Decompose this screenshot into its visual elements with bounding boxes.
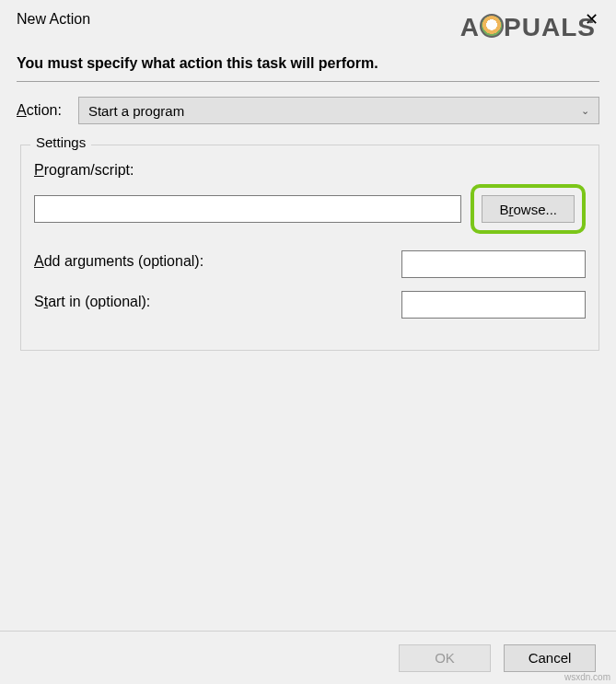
instruction-text: You must specify what action this task w… <box>17 55 599 72</box>
action-dropdown[interactable]: Start a program ⌄ <box>78 97 599 124</box>
ok-button[interactable]: OK <box>399 644 491 672</box>
settings-legend: Settings <box>30 134 91 150</box>
action-row: Action: Start a program ⌄ <box>17 97 599 124</box>
startin-input[interactable] <box>401 291 586 319</box>
dialog-content: You must specify what action this task w… <box>0 37 616 351</box>
cancel-button[interactable]: Cancel <box>504 644 596 672</box>
close-icon[interactable]: ✕ <box>577 9 605 29</box>
browse-highlight: Browse... <box>471 184 586 234</box>
titlebar: New Action ✕ <box>0 0 616 37</box>
arguments-label: Add arguments (optional): <box>34 253 203 270</box>
settings-group: Settings Program/script: Browse... Add a… <box>20 145 599 351</box>
chevron-down-icon: ⌄ <box>581 105 589 117</box>
program-row: Browse... <box>34 184 586 234</box>
action-label: Action: <box>17 102 62 119</box>
dialog-footer: OK Cancel <box>0 631 616 684</box>
new-action-dialog: New Action ✕ A PUALS You must specify wh… <box>0 0 616 684</box>
browse-button[interactable]: Browse... <box>482 195 575 223</box>
arguments-input[interactable] <box>401 250 586 278</box>
program-input[interactable] <box>34 195 461 223</box>
dialog-title: New Action <box>17 11 90 28</box>
divider <box>17 81 599 82</box>
action-dropdown-value: Start a program <box>88 103 184 119</box>
startin-row: Start in (optional): <box>34 291 586 319</box>
arguments-row: Add arguments (optional): <box>34 250 586 278</box>
startin-label: Start in (optional): <box>34 294 150 310</box>
program-label: Program/script: <box>34 162 586 179</box>
